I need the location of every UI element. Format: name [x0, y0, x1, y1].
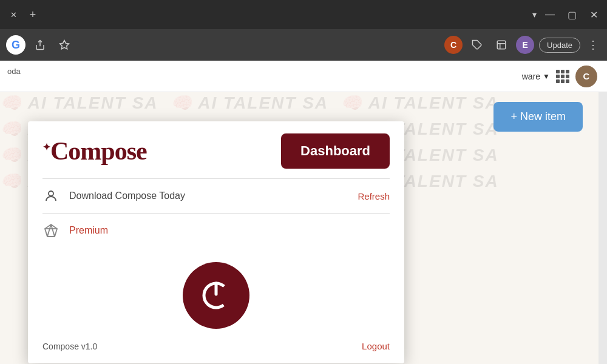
premium-label: Premium [69, 225, 108, 236]
tab-bar: ✕ + ▾ — ▢ ✕ [0, 0, 607, 29]
compose-footer: Compose v1.0 Logout [28, 339, 404, 351]
compose-dropdown: ✦Compose Dashboard Download Compose Toda… [28, 121, 404, 363]
close-window-button[interactable]: ✕ [585, 6, 602, 23]
topbar-dropdown-arrow-icon: ▼ [543, 72, 550, 81]
tab-close-button[interactable]: ✕ [5, 6, 22, 23]
power-icon[interactable] [183, 262, 249, 329]
minimize-button[interactable]: — [541, 6, 558, 23]
compose-logo: ✦Compose [42, 136, 147, 166]
new-tab-button[interactable]: + [24, 6, 41, 23]
page-content: 🧠 AI TALENT SA🧠 AI TALENT SA🧠 AI TALENT … [0, 61, 607, 364]
google-icon[interactable]: G [6, 35, 25, 55]
diamond-icon [42, 222, 59, 239]
logout-link[interactable]: Logout [362, 341, 390, 351]
topbar-dropdown-label: ware [522, 72, 540, 81]
tab-manager-icon[interactable] [492, 35, 511, 55]
dashboard-button[interactable]: Dashboard [281, 133, 390, 169]
puzzle-icon[interactable] [467, 35, 487, 55]
scrollbar-track[interactable] [599, 61, 607, 364]
premium-row[interactable]: Premium [28, 214, 404, 248]
new-item-button[interactable]: + New item [493, 102, 583, 132]
download-row[interactable]: Download Compose Today Refresh [28, 179, 404, 213]
profile-c-avatar[interactable]: C [444, 36, 463, 54]
compose-version: Compose v1.0 [42, 342, 97, 351]
svg-point-6 [49, 191, 53, 196]
compose-header: ✦Compose Dashboard [28, 121, 404, 178]
new-item-label: + New item [510, 110, 566, 123]
share-icon[interactable] [30, 35, 50, 55]
topbar-dropdown[interactable]: ware ▼ [522, 72, 550, 81]
svg-rect-3 [497, 41, 506, 49]
user-icon [42, 187, 59, 204]
refresh-link[interactable]: Refresh [358, 191, 390, 201]
compose-logo-star: ✦ [42, 142, 50, 152]
maximize-button[interactable]: ▢ [563, 6, 580, 23]
more-options-icon[interactable]: ⋮ [585, 38, 601, 52]
page-topbar: oda ware ▼ C [0, 61, 607, 92]
dropdown-arrow-icon[interactable]: ▾ [532, 10, 537, 19]
page-left-text: oda [0, 67, 21, 76]
svg-marker-1 [60, 41, 69, 49]
update-label: Update [547, 41, 572, 50]
update-button[interactable]: Update [539, 38, 580, 53]
browser-window: ✕ + ▾ — ▢ ✕ G C [0, 0, 607, 364]
topbar-avatar[interactable]: C [575, 66, 597, 87]
download-label: Download Compose Today [69, 190, 348, 201]
bookmark-icon[interactable] [55, 35, 74, 55]
profile-e-avatar[interactable]: E [516, 36, 534, 54]
power-area [28, 248, 404, 339]
apps-icon[interactable] [556, 70, 569, 83]
omnibar: G C E [0, 29, 607, 61]
